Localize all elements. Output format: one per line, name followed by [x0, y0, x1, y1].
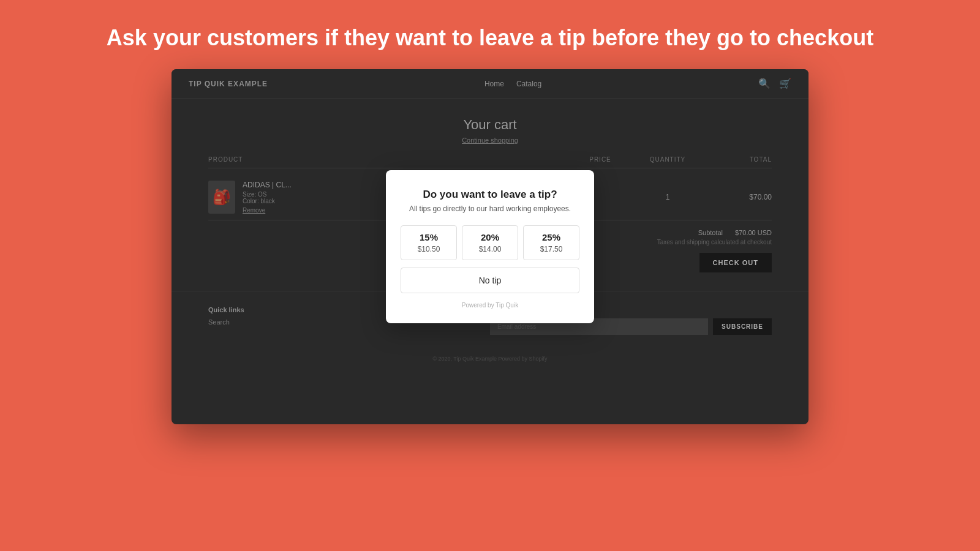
- tip-20-percent: 20%: [481, 232, 499, 242]
- tip-15-amount: $10.50: [418, 245, 440, 253]
- tip-modal: Do you want to leave a tip? All tips go …: [386, 170, 594, 323]
- tip-options: 15% $10.50 20% $14.00 25% $17.50: [401, 225, 579, 260]
- tip-15-button[interactable]: 15% $10.50: [401, 225, 457, 260]
- tip-25-percent: 25%: [542, 232, 560, 242]
- modal-subtitle: All tips go directly to our hard working…: [401, 204, 579, 213]
- page-headline: Ask your customers if they want to leave…: [70, 0, 910, 69]
- browser-window: TIP QUIK EXAMPLE Home Catalog 🔍 🛒 Your c…: [172, 69, 809, 424]
- powered-by: Powered by Tip Quik: [401, 302, 579, 309]
- tip-20-button[interactable]: 20% $14.00: [462, 225, 518, 260]
- tip-20-amount: $14.00: [479, 245, 502, 253]
- tip-15-percent: 15%: [420, 232, 438, 242]
- tip-25-button[interactable]: 25% $17.50: [523, 225, 579, 260]
- no-tip-button[interactable]: No tip: [401, 268, 579, 293]
- tip-25-amount: $17.50: [540, 245, 563, 253]
- modal-title: Do you want to leave a tip?: [401, 189, 579, 201]
- modal-overlay: Do you want to leave a tip? All tips go …: [172, 69, 809, 424]
